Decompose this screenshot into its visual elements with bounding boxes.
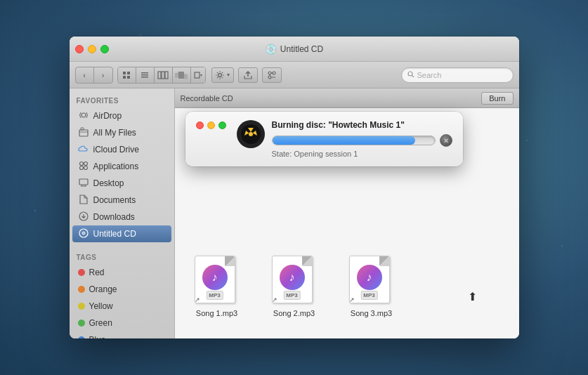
maximize-button[interactable] (100, 45, 109, 53)
sidebar-item-all-my-files[interactable]: All My Files (72, 124, 171, 141)
content-area: Recordable CD Burn (175, 88, 519, 338)
svg-point-17 (268, 72, 271, 74)
sidebar-item-airdrop[interactable]: AirDrop (72, 107, 171, 124)
cursor: ⬆ (468, 290, 477, 303)
dialog-text-area: Burning disc: "Howtech Music 1" ✕ State:… (272, 120, 452, 158)
sidebar-item-icloud-drive[interactable]: iCloud Drive (72, 141, 171, 158)
progress-bar-bg (272, 136, 436, 145)
recordable-label: Recordable CD (181, 94, 233, 103)
search-icon (407, 71, 414, 79)
sidebar-item-downloads[interactable]: Downloads (72, 209, 171, 225)
progress-close-button[interactable]: ✕ (440, 134, 452, 147)
icloud-icon (78, 145, 89, 155)
song2-note: ♪ (289, 271, 295, 284)
yellow-tag-dot (78, 303, 85, 310)
svg-rect-10 (178, 72, 184, 79)
untitled-cd-icon (78, 228, 89, 240)
svg-point-27 (79, 166, 83, 169)
song2-corner (302, 256, 312, 266)
dialog-close-button[interactable] (196, 121, 204, 129)
svg-rect-9 (165, 72, 168, 79)
svg-rect-1 (127, 72, 130, 74)
icon-view-button[interactable] (118, 67, 136, 83)
documents-icon (78, 195, 89, 206)
svg-point-18 (273, 72, 275, 74)
green-tag-label: Green (89, 318, 112, 328)
svg-rect-29 (79, 179, 88, 185)
dialog-title-text: Burning disc: "Howtech Music 1" (272, 120, 452, 130)
dialog-content: Burning disc: "Howtech Music 1" ✕ State:… (237, 120, 452, 158)
song3-music-icon: ♪ (357, 265, 382, 290)
song3-arrow: ↗ (349, 296, 358, 305)
dropdown-view-button[interactable] (191, 67, 205, 83)
sidebar-item-green[interactable]: Green (72, 315, 171, 331)
sidebar-item-applications[interactable]: Applications (72, 158, 171, 175)
svg-rect-24 (81, 128, 84, 130)
dialog-status-text: State: Opening session 1 (272, 150, 452, 158)
back-button[interactable]: ‹ (76, 67, 94, 83)
search-bar[interactable]: Search (401, 67, 514, 83)
minimize-button[interactable] (88, 45, 96, 53)
untitled-cd-label: Untitled CD (93, 229, 136, 239)
view-buttons (117, 67, 206, 84)
song2-icon: ♪ MP3 ↗ (272, 256, 317, 305)
svg-point-20 (408, 72, 412, 76)
arrange-button[interactable] (262, 67, 282, 83)
song1-badge: MP3 (206, 291, 223, 300)
window-title: 💿 Untitled CD (265, 44, 323, 55)
downloads-icon (78, 211, 89, 223)
green-tag-dot (78, 320, 85, 327)
svg-rect-2 (123, 76, 126, 79)
svg-rect-5 (141, 74, 148, 76)
sidebar-item-blue[interactable]: Blue (72, 331, 171, 338)
close-button[interactable] (75, 45, 84, 53)
share-button[interactable] (238, 67, 258, 83)
all-my-files-label: All My Files (93, 128, 136, 138)
sidebar-item-documents[interactable]: Documents (72, 192, 171, 209)
file-grid: Burning disc: "Howtech Music 1" ✕ State:… (175, 108, 519, 338)
svg-point-19 (268, 76, 271, 79)
file-item-song1[interactable]: ♪ MP3 ↗ Song 1.mp3 (189, 256, 245, 317)
burn-button[interactable]: Burn (481, 92, 513, 105)
progress-bar-fill (273, 136, 415, 145)
svg-marker-16 (227, 74, 230, 77)
svg-point-38 (249, 132, 253, 136)
gear-action-button[interactable] (211, 67, 234, 83)
airdrop-icon (78, 110, 89, 122)
file-item-song2[interactable]: ♪ MP3 ↗ Song 2.mp3 (266, 256, 322, 317)
dialog-maximize-button[interactable] (218, 121, 226, 129)
applications-icon (78, 161, 89, 173)
song1-icon: ♪ MP3 ↗ (195, 256, 240, 305)
song3-badge: MP3 (360, 291, 377, 300)
svg-line-21 (412, 75, 414, 77)
song2-name: Song 2.mp3 (273, 309, 315, 317)
title-disc-icon: 💿 (265, 44, 277, 55)
column-view-button[interactable] (155, 67, 173, 83)
svg-rect-13 (195, 72, 200, 78)
sidebar-item-untitled-cd[interactable]: Untitled CD (72, 225, 171, 242)
sidebar-item-orange[interactable]: Orange (72, 281, 171, 298)
files-container: ♪ MP3 ↗ Song 1.mp3 (189, 256, 400, 317)
coverflow-view-button[interactable] (173, 67, 191, 83)
svg-rect-4 (141, 72, 148, 74)
svg-rect-12 (184, 74, 188, 79)
song3-name: Song 3.mp3 (351, 309, 392, 317)
svg-rect-6 (141, 77, 148, 78)
title-bar: 💿 Untitled CD (70, 37, 519, 62)
sidebar-item-red[interactable]: Red (72, 264, 171, 281)
window-title-text: Untitled CD (280, 44, 323, 54)
sidebar-item-desktop[interactable]: Desktop (72, 175, 171, 192)
list-view-button[interactable] (136, 67, 155, 83)
song2-badge: MP3 (283, 291, 300, 300)
desktop-icon (78, 178, 89, 189)
song3-corner (379, 256, 389, 266)
finder-window: 💿 Untitled CD ‹ › (70, 37, 519, 338)
search-placeholder: Search (417, 71, 442, 79)
desktop-label: Desktop (93, 178, 124, 188)
forward-button[interactable]: › (94, 67, 112, 83)
toolbar: ‹ › (70, 62, 519, 88)
burn-icon (237, 120, 265, 148)
sidebar-item-yellow[interactable]: Yellow (72, 298, 171, 315)
file-item-song3[interactable]: ♪ MP3 ↗ Song 3.mp3 (344, 256, 400, 317)
dialog-minimize-button[interactable] (207, 121, 215, 129)
